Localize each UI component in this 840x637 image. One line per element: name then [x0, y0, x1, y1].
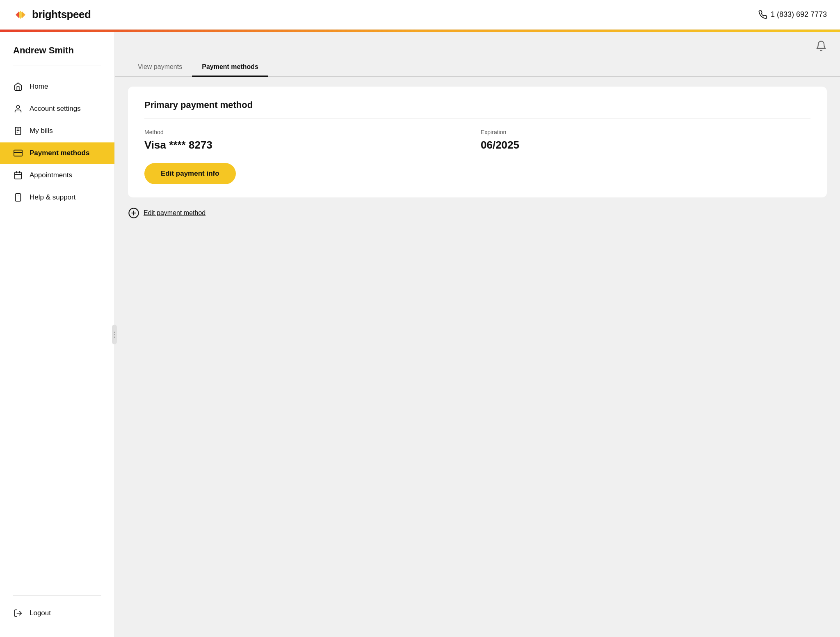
- resize-dot-1: [114, 332, 115, 333]
- payment-methods-label: Payment methods: [30, 149, 89, 157]
- sidebar-item-account-settings[interactable]: Account settings: [0, 98, 114, 119]
- logo-icon: [13, 7, 28, 22]
- sidebar-item-my-bills[interactable]: My bills: [0, 120, 114, 142]
- payment-info-grid: Method Visa **** 8273 Expiration 06/2025: [144, 129, 810, 151]
- add-payment-method-link[interactable]: Edit payment method: [128, 207, 827, 219]
- main-content: View payments Payment methods Primary pa…: [115, 32, 840, 637]
- logo: brightspeed: [13, 7, 91, 22]
- svg-rect-1: [16, 127, 21, 135]
- account-settings-label: Account settings: [30, 105, 81, 113]
- sidebar-item-payment-methods[interactable]: Payment methods: [0, 142, 114, 164]
- logout-label: Logout: [30, 609, 51, 617]
- logo-text: brightspeed: [32, 8, 91, 21]
- method-column: Method Visa **** 8273: [144, 129, 474, 151]
- my-bills-label: My bills: [30, 127, 53, 135]
- home-label: Home: [30, 82, 48, 91]
- help-icon: [13, 192, 23, 202]
- logout-button[interactable]: Logout: [0, 603, 114, 624]
- phone-number: 1 (833) 692 7773: [771, 10, 827, 19]
- sidebar-item-appointments[interactable]: Appointments: [0, 165, 114, 186]
- content-area: Primary payment method Method Visa **** …: [115, 87, 840, 219]
- sidebar-item-help-support[interactable]: Help & support: [0, 187, 114, 208]
- sidebar: Andrew Smith Home: [0, 32, 115, 637]
- svg-rect-7: [15, 172, 22, 179]
- sidebar-divider-bottom: [13, 596, 101, 596]
- edit-payment-info-button[interactable]: Edit payment info: [144, 163, 236, 184]
- bell-icon[interactable]: [815, 40, 827, 52]
- help-support-label: Help & support: [30, 193, 75, 202]
- phone-icon: [758, 10, 767, 19]
- svg-point-0: [16, 105, 19, 108]
- home-icon: [13, 82, 23, 92]
- main-top-bar: [115, 32, 840, 52]
- user-name: Andrew Smith: [0, 45, 114, 66]
- expiration-column: Expiration 06/2025: [481, 129, 810, 151]
- payment-card: Primary payment method Method Visa **** …: [128, 87, 827, 197]
- tab-payment-methods[interactable]: Payment methods: [192, 58, 268, 77]
- svg-rect-11: [16, 194, 21, 201]
- resize-dot-2: [114, 334, 115, 335]
- tab-view-payments[interactable]: View payments: [128, 58, 192, 77]
- account-icon: [13, 104, 23, 114]
- add-payment-label: Edit payment method: [144, 209, 205, 217]
- plus-circle-icon: [128, 207, 139, 219]
- resize-handle[interactable]: [112, 325, 117, 344]
- svg-rect-5: [14, 150, 22, 156]
- layout: Andrew Smith Home: [0, 32, 840, 637]
- card-title: Primary payment method: [144, 100, 810, 119]
- sidebar-divider-top: [13, 66, 101, 66]
- appointments-label: Appointments: [30, 171, 72, 179]
- header: brightspeed 1 (833) 692 7773: [0, 0, 840, 30]
- expiration-value: 06/2025: [481, 139, 810, 151]
- expiration-label: Expiration: [481, 129, 810, 135]
- logout-icon: [13, 608, 23, 618]
- method-value: Visa **** 8273: [144, 139, 474, 151]
- sidebar-item-home[interactable]: Home: [0, 76, 114, 97]
- appointments-icon: [13, 170, 23, 180]
- resize-dot-3: [114, 337, 115, 338]
- tabs: View payments Payment methods: [115, 52, 840, 77]
- method-label: Method: [144, 129, 474, 135]
- sidebar-nav: Home Account settings: [0, 76, 114, 589]
- bills-icon: [13, 126, 23, 136]
- payment-icon: [13, 148, 23, 158]
- header-phone: 1 (833) 692 7773: [758, 10, 827, 19]
